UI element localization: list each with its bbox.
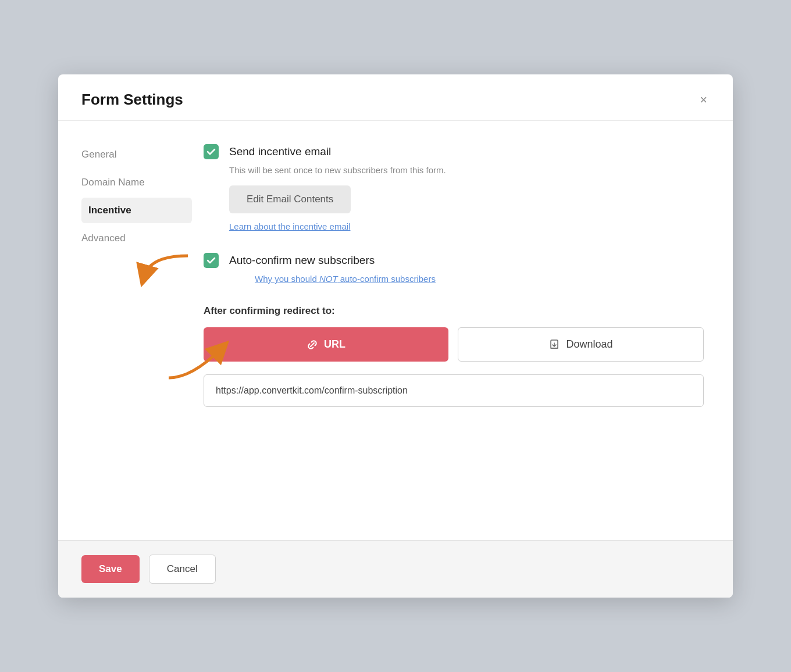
why-not-auto-confirm-link[interactable]: Why you should NOT auto-confirm subscrib… [255,274,436,284]
send-incentive-checkbox[interactable] [204,144,219,159]
modal-backdrop: Form Settings × General Domain Name Ince… [0,0,791,672]
why-link-prefix: Why you should [255,274,319,284]
after-confirm-label: After confirming redirect to: [204,305,704,317]
why-link-em: NOT [319,274,338,284]
download-icon [548,339,560,351]
cancel-button[interactable]: Cancel [149,555,216,584]
sidebar-item-domain-name[interactable]: Domain Name [81,170,192,195]
edit-email-contents-button[interactable]: Edit Email Contents [229,185,351,213]
send-incentive-label: Send incentive email [229,145,331,158]
send-incentive-row: Send incentive email [204,144,704,159]
download-button[interactable]: Download [458,327,704,362]
redirect-toggle-buttons: URL Download [204,327,704,362]
modal-body: General Domain Name Incentive Advanced [58,121,733,540]
url-button[interactable]: URL [204,327,448,362]
send-incentive-helper: This will be sent once to new subscriber… [229,165,704,175]
auto-confirm-checkbox[interactable] [204,253,219,268]
modal-footer: Save Cancel [58,540,733,598]
auto-confirm-section: Auto-confirm new subscribers Why you sho… [204,253,704,284]
learn-incentive-link[interactable]: Learn about the incentive email [229,221,350,231]
sidebar: General Domain Name Incentive Advanced [58,121,192,540]
checkmark-icon-2 [206,256,216,265]
auto-confirm-row: Auto-confirm new subscribers [204,253,704,268]
main-content: Send incentive email This will be sent o… [192,121,733,540]
modal-title: Form Settings [81,91,183,109]
why-link-suffix: auto-confirm subscribers [338,274,436,284]
download-button-label: Download [566,338,612,351]
sidebar-item-general[interactable]: General [81,142,192,167]
close-button[interactable]: × [697,91,710,109]
sidebar-item-advanced[interactable]: Advanced [81,226,192,251]
redirect-section: After confirming redirect to: URL [204,305,704,407]
redirect-url-input[interactable] [204,374,704,407]
sidebar-item-incentive[interactable]: Incentive [81,198,192,223]
form-settings-modal: Form Settings × General Domain Name Ince… [58,74,733,598]
auto-confirm-label: Auto-confirm new subscribers [229,254,375,267]
checkmark-icon [206,147,216,156]
send-incentive-section: Send incentive email This will be sent o… [204,144,704,232]
link-icon [307,339,318,351]
modal-header: Form Settings × [58,74,733,121]
url-button-label: URL [324,338,345,351]
save-button[interactable]: Save [81,555,140,583]
